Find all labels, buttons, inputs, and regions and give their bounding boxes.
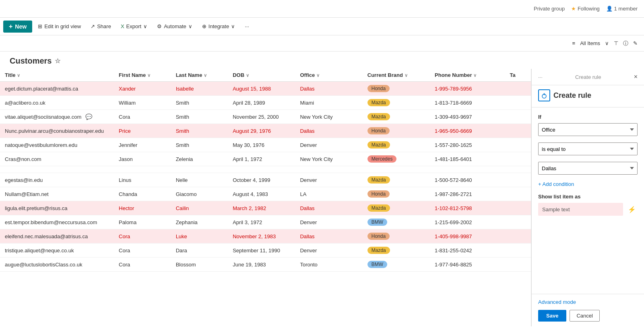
cell-office: LA [295,187,362,201]
cell-brand: Honda [363,124,430,138]
cell-lastname: Smith [171,138,228,152]
person-icon: 👤 [606,6,613,12]
info-icon[interactable]: ⓘ [623,40,628,47]
sample-text-box[interactable]: Sample text [538,203,623,216]
cell-brand: BMW [363,215,430,229]
cell-firstname: Cora [114,243,171,258]
cell-lastname: Nelle [171,173,228,187]
sort-icon-lastname: ∨ [204,73,207,78]
more-button[interactable]: ··· [241,21,253,32]
edit-grid-button[interactable]: ⊞ Edit in grid view [34,21,85,32]
cancel-button[interactable]: Cancel [570,310,599,322]
cell-dob: June 19, 1983 [228,258,295,272]
cell-ta [505,258,531,272]
cell-ta [505,82,531,96]
cell-firstname: Hector [114,201,171,215]
rule-icon-button[interactable] [538,89,550,101]
automate-button[interactable]: ⚙ Automate ∨ [153,21,196,32]
cell-firstname [114,166,171,173]
brand-badge: Mazda [367,247,390,254]
cell-dob: November 25, 2000 [228,110,295,124]
cell-dob: August 15, 1988 [228,82,295,96]
cell-office: Denver [295,243,362,258]
table-row[interactable]: est.tempor.bibendum@neccursusa.comPaloma… [0,215,531,229]
all-items-dropdown[interactable]: All Items [580,40,600,46]
col-header-firstname[interactable]: First Name ∨ [114,69,171,82]
cell-ta [505,96,531,110]
cell-ta [505,215,531,229]
favorite-star-icon[interactable]: ☆ [55,57,60,65]
cell-brand: Mazda [363,96,430,110]
cell-office: Dallas [295,229,362,243]
table-row[interactable]: Nunc.pulvinar.arcu@conubianostraper.eduP… [0,124,531,138]
cell-office: New York City [295,152,362,166]
star-icon: ★ [571,6,576,12]
cell-title: Nullam@Etiam.net [0,187,114,201]
brand-badge: Honda [367,127,390,134]
condition-field-select[interactable]: Office Title First Name Last Name DOB Cu… [538,123,638,136]
table-row[interactable]: Cras@non.comJasonZeleniaApril 1, 1972New… [0,152,531,166]
cell-brand: Mazda [363,110,430,124]
table-row[interactable]: a@aclibero.co.ukWilliamSmithApril 28, 19… [0,96,531,110]
advanced-mode-link[interactable]: Advanced mode [538,299,638,305]
private-group-label: Private group [534,6,565,12]
cell-ta [505,187,531,201]
table-row[interactable] [0,166,531,173]
col-header-ta[interactable]: Ta [505,69,531,82]
cell-dob: November 2, 1983 [228,229,295,243]
add-condition-button[interactable]: + Add condition [538,181,638,187]
cell-ta [505,229,531,243]
cell-dob: April 28, 1989 [228,96,295,110]
table-row[interactable]: tristique.aliquet@neque.co.ukCoraDaraSep… [0,243,531,258]
close-panel-button[interactable]: × [634,74,638,80]
condition-value-select[interactable]: Dallas Miami New York City Denver LA Tor… [538,162,638,175]
sort-icon-office: ∨ [316,73,320,78]
integrate-button[interactable]: ⊕ Integrate ∨ [198,21,239,32]
share-button[interactable]: ↗ Share [87,21,115,32]
col-header-dob[interactable]: DOB ∨ [228,69,295,82]
top-bar: Private group ★ Following 👤 1 member [0,0,644,18]
integrate-icon: ⊕ [202,23,206,29]
cell-office: Denver [295,173,362,187]
col-header-phone[interactable]: Phone Number ∨ [430,69,505,82]
rule-panel-header: ··· Create rule × [532,69,644,85]
if-label: If [538,114,638,120]
table-row[interactable]: eget.dictum.placerat@mattis.caXanderIsab… [0,82,531,96]
following-label[interactable]: ★ Following [571,6,600,12]
cell-brand: Honda [363,229,430,243]
table-row[interactable]: eleifend.nec.malesuada@atrisus.caCoraLuk… [0,229,531,243]
filter-funnel-icon[interactable]: ⊤ [614,40,618,46]
brand-badge: Mazda [367,204,390,212]
new-button[interactable]: + New [3,21,32,33]
edit-view-icon[interactable]: ✎ [633,40,638,46]
cell-title: tristique.aliquet@neque.co.uk [0,243,114,258]
save-button[interactable]: Save [538,310,566,322]
brand-badge: Honda [367,190,390,198]
cell-office: Denver [295,138,362,152]
cell-dob: October 4, 1999 [228,173,295,187]
condition-operator-select[interactable]: is equal to is not equal to contains doe… [538,142,638,155]
table-row[interactable]: vitae.aliquet@sociisnatoque.com 💬CoraSmi… [0,110,531,124]
cell-office: Denver [295,215,362,229]
sort-icon-dob: ∨ [246,73,249,78]
export-button[interactable]: X Export ∨ [117,21,151,32]
cell-brand: Mazda [363,201,430,215]
cell-phone: 1-102-812-5798 [430,201,505,215]
col-header-lastname[interactable]: Last Name ∨ [171,69,228,82]
col-header-brand[interactable]: Current Brand ∨ [363,69,430,82]
col-header-office[interactable]: Office ∨ [295,69,362,82]
cell-office: Dallas [295,82,362,96]
table-row[interactable]: natoque@vestibulumlorem.eduJenniferSmith… [0,138,531,152]
chevron-down-all: ∨ [605,40,609,46]
cell-dob: March 2, 1982 [228,201,295,215]
table-row[interactable]: egestas@in.eduLinusNelleOctober 4, 1999D… [0,173,531,187]
rule-panel-title: Create rule [553,91,591,100]
table-row[interactable]: ligula.elit.pretium@risus.caHectorCailin… [0,201,531,215]
cell-title [0,166,114,173]
table-row[interactable]: Nullam@Etiam.netChandaGiacomoAugust 4, 1… [0,187,531,201]
cell-brand: Honda [363,187,430,201]
cell-office: Dallas [295,124,362,138]
col-header-title[interactable]: Title ∨ [0,69,114,82]
format-button[interactable]: ⚡ [626,204,638,215]
table-row[interactable]: augue@luctuslobortisClass.co.ukCoraBloss… [0,258,531,272]
